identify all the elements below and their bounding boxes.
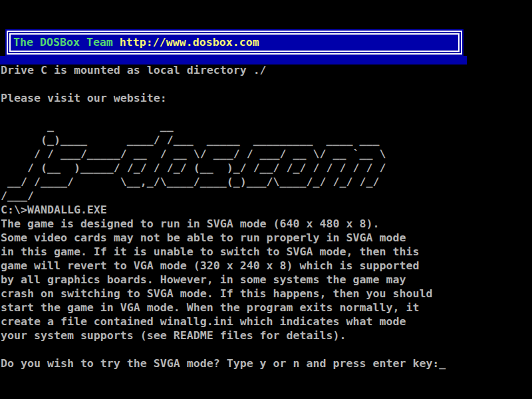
terminal-output[interactable]: Drive C is mounted as local directory ./… [1, 63, 446, 370]
dosbox-welcome-banner: The DOSBox Team http://www.dosbox.com [5, 29, 464, 56]
dosbox-team-label: The DOSBox Team [13, 36, 120, 49]
dosbox-url-text: http://www.dosbox.com [120, 36, 259, 49]
dosbox-screen[interactable]: The DOSBox Team http://www.dosbox.com Dr… [0, 0, 532, 399]
banner-text: The DOSBox Team http://www.dosbox.com [13, 34, 259, 51]
